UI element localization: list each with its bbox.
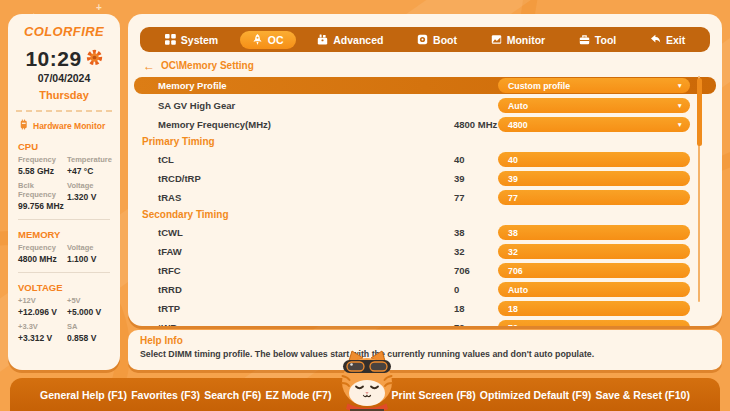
stat-value: 0.858 V (67, 333, 116, 343)
stat-label: +12V (18, 296, 67, 305)
stat-value: 1.100 V (67, 254, 116, 264)
nav-tab-label: Monitor (507, 34, 546, 46)
setting-current-value: 40 (454, 154, 465, 165)
setting-current-value: 72 (454, 322, 465, 326)
stat-value: +5.000 V (67, 307, 116, 317)
nav-tab[interactable]: Tool (567, 31, 628, 49)
setting-field[interactable]: Auto (498, 282, 690, 297)
hardware-stat: Frequency 5.58 GHz (18, 155, 67, 176)
hotkey-button[interactable]: EZ Mode (F7) (266, 389, 332, 401)
setting-label: Secondary Timing (142, 209, 229, 220)
stat-value: +3.312 V (18, 333, 67, 343)
sidebar: COLORFIRE 10:29 07/04/2024 Thursday Hard… (8, 14, 120, 370)
setting-row[interactable]: tRTP 18 18 (134, 301, 716, 316)
stat-label: Frequency (18, 155, 67, 164)
setting-row[interactable]: tFAW 32 32 (134, 244, 716, 259)
setting-field[interactable]: 39 (498, 171, 690, 186)
mascot-cat (338, 348, 396, 411)
back-arrow-icon[interactable]: ← (143, 61, 155, 71)
hotkey-button[interactable]: Optimized Default (F9) (480, 389, 591, 401)
hardware-stat: Voltage 1.100 V (67, 243, 116, 264)
setting-field[interactable]: 72 (498, 320, 690, 326)
setting-current-value: 32 (454, 246, 465, 257)
nav-tab[interactable]: Exit (638, 31, 697, 49)
stat-label: Frequency (18, 243, 67, 252)
setting-field[interactable]: 77 (498, 190, 690, 205)
voltage-section: VOLTAGE +12V +12.096 V +5V +5.000 V +3.3… (8, 282, 120, 343)
setting-row[interactable]: Secondary Timing (134, 209, 716, 220)
briefcase-icon (579, 34, 590, 45)
scrollbar-thumb[interactable] (697, 78, 702, 146)
nav-tab[interactable]: Boot (405, 31, 469, 49)
setting-field[interactable]: 4800 ▼ (498, 117, 690, 132)
stat-label: Voltage (67, 243, 116, 252)
nav-tab-label: System (181, 34, 218, 46)
main-panel: System OC Advanced Boot Monitor Tool Exi… (128, 14, 722, 326)
setting-label: tFAW (158, 246, 182, 257)
setting-field[interactable]: 18 (498, 301, 690, 316)
hotkey-button[interactable]: Print Screen (F8) (392, 389, 476, 401)
stat-label: +3.3V (18, 322, 67, 331)
nav-tab-label: OC (268, 34, 284, 46)
setting-field-value: 40 (508, 155, 518, 165)
setting-field[interactable]: 706 (498, 263, 690, 278)
hotkey-button[interactable]: Search (F6) (204, 389, 261, 401)
setting-row[interactable]: tRFC 706 706 (134, 263, 716, 278)
setting-row[interactable]: tRAS 77 77 (134, 190, 716, 205)
stat-label: +5V (67, 296, 116, 305)
hardware-stat: Temperature +47 °C (67, 155, 116, 176)
setting-field[interactable]: 32 (498, 244, 690, 259)
setting-field[interactable]: 38 (498, 225, 690, 240)
divider (18, 272, 110, 273)
nav-tab[interactable]: Advanced (305, 31, 395, 49)
hotkey-button[interactable]: Favorites (F3) (131, 389, 200, 401)
setting-label: tCWL (158, 227, 183, 238)
help-panel: Help Info Select DIMM timing profile. Th… (128, 330, 722, 370)
nav-tab[interactable]: Monitor (479, 31, 558, 49)
setting-field-value: 4800 (508, 120, 528, 130)
breadcrumb-label: OC\Memory Setting (161, 60, 254, 71)
setting-row[interactable]: tRCD/tRP 39 39 (134, 171, 716, 186)
setting-label: tRTP (158, 303, 180, 314)
setting-row[interactable]: tCWL 38 38 (134, 225, 716, 240)
setting-field-value: 32 (508, 247, 518, 257)
setting-current-value: 38 (454, 227, 465, 238)
hotkey-button[interactable]: General Help (F1) (40, 389, 127, 401)
setting-current-value: 0 (454, 284, 459, 295)
setting-row[interactable]: tWR 72 72 (134, 320, 716, 326)
nav-tab-label: Boot (433, 34, 457, 46)
power-icon (417, 34, 428, 45)
setting-label: tWR (158, 322, 177, 326)
setting-current-value: 4800 MHz (454, 119, 497, 130)
colorfire-logo: COLORFIRE (8, 24, 120, 39)
stat-value: 1.320 V (67, 192, 116, 202)
setting-row[interactable]: tCL 40 40 (134, 152, 716, 167)
nav-tab-label: Tool (595, 34, 616, 46)
setting-label: tRAS (158, 192, 181, 203)
nav-tab[interactable]: System (153, 31, 230, 49)
dropdown-arrow-icon: ▼ (677, 121, 683, 128)
setting-row[interactable]: tRRD 0 Auto (134, 282, 716, 297)
hardware-stat: Bclk Frequency 99.756 MHz (18, 181, 67, 211)
memory-section-title: MEMORY (18, 229, 120, 240)
settings-list: Memory Profile Custom profile ▼ SA GV Hi… (128, 77, 722, 326)
stat-label: Temperature (67, 155, 116, 164)
toolbox-icon (317, 34, 328, 45)
clock-time: 10:29 (25, 47, 81, 71)
setting-field-value: 706 (508, 266, 523, 276)
setting-row[interactable]: Memory Frequency(MHz) 4800 MHz 4800 ▼ (134, 117, 716, 132)
setting-field[interactable]: 40 (498, 152, 690, 167)
setting-row[interactable]: Memory Profile Custom profile ▼ (134, 77, 716, 94)
setting-field[interactable]: Custom profile ▼ (498, 78, 690, 93)
hotkey-button[interactable]: Save & Reset (F10) (595, 389, 690, 401)
setting-field[interactable]: Auto ▼ (498, 98, 690, 113)
hardware-stat: Frequency 4800 MHz (18, 243, 67, 264)
divider (18, 219, 110, 220)
nav-tab[interactable]: OC (240, 31, 296, 49)
hardware-stat: +3.3V +3.312 V (18, 322, 67, 343)
setting-row[interactable]: Primary Timing (134, 136, 716, 147)
hardware-stat: +12V +12.096 V (18, 296, 67, 317)
rocket-icon (252, 34, 263, 45)
memory-section: MEMORY Frequency 4800 MHz Voltage 1.100 … (8, 229, 120, 264)
setting-row[interactable]: SA GV High Gear Auto ▼ (134, 98, 716, 113)
